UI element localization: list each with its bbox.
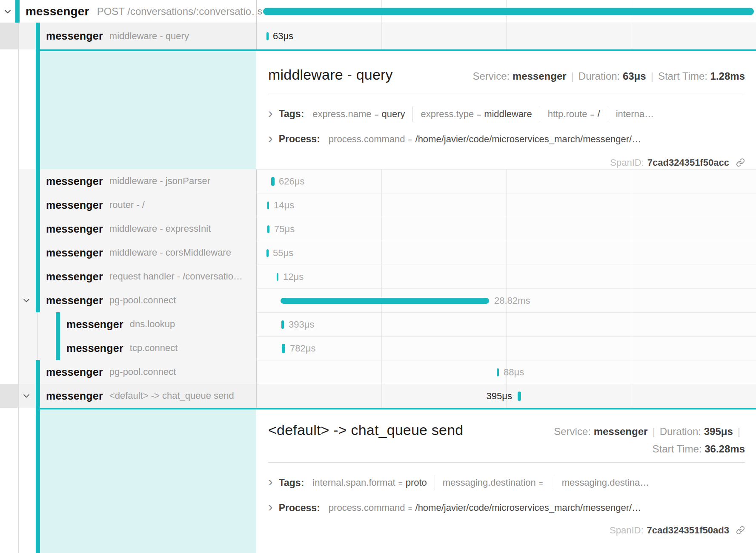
span-duration-label: 75μs (274, 224, 295, 235)
span-row-expressinit: messengermiddleware - expressInit 75μs (0, 217, 756, 241)
span-name-cell[interactable]: messengermiddleware - jsonParser (0, 169, 256, 193)
span-bar[interactable] (267, 225, 269, 233)
tags-label: Tags: (279, 108, 304, 120)
timeline-cell: 14μs (256, 193, 756, 217)
span-row-dns-lookup: messengerdns.lookup 393μs (0, 312, 756, 336)
span-duration-label: 55μs (273, 248, 293, 259)
expand-chevron-icon: › (268, 477, 273, 486)
process-row[interactable]: › Process: process.command = /home/javie… (268, 132, 745, 147)
span-bar[interactable] (281, 298, 489, 304)
span-detail-content: middleware - query Service: messenger|Du… (256, 49, 756, 169)
process-item: process.command = /home/javier/code/micr… (329, 134, 641, 145)
span-name-cell[interactable]: messengerpg-pool.connect (0, 288, 256, 312)
operation-name: POST /conversations/:conversatio… (97, 6, 256, 17)
start-time-value: 1.28ms (710, 70, 745, 82)
span-bar[interactable] (263, 8, 754, 15)
span-row-chat-queue-send: messenger<default> -> chat_queue send 39… (0, 384, 756, 408)
span-row-router: messengerrouter - / 14μs (0, 193, 756, 217)
service-name: messenger (46, 199, 103, 211)
service-name: messenger (26, 5, 89, 18)
span-bar[interactable] (267, 202, 269, 209)
span-name-cell[interactable]: messengermiddleware - expressInit (0, 217, 256, 241)
service-color-bar (15, 0, 20, 23)
tag-item: messaging.destination = (443, 477, 546, 488)
expand-chevron-icon: › (268, 133, 273, 143)
meta-line-1: Service: messenger|Duration: 395μs| (554, 426, 745, 437)
timeline-cell: 12μs (256, 265, 756, 288)
span-name-cell[interactable]: messengermiddleware - corsMiddleware (0, 241, 256, 265)
span-bar[interactable] (266, 249, 269, 257)
process-label: Process: (279, 502, 320, 514)
tag-item: express.type = middleware (421, 109, 532, 120)
duration-value: 63μs (623, 70, 646, 82)
span-id-row: SpanID:7cad324351f50ad3 (268, 525, 745, 536)
start-time-label: Start Time: (653, 443, 702, 455)
link-icon[interactable] (736, 158, 745, 167)
service-color-bar (36, 169, 40, 193)
service-color-bar (36, 408, 40, 553)
tag-item-truncated: messaging.destina… (562, 477, 649, 488)
service-name: messenger (46, 271, 103, 283)
service-value: messenger (513, 70, 567, 82)
span-row-pgpool-connect: messengerpg-pool.connect 28.82ms (0, 288, 756, 312)
span-duration-label: 63μs (273, 31, 293, 42)
operation-name: middleware - jsonParser (109, 176, 210, 187)
duration-value: 395μs (704, 426, 733, 437)
tags-row[interactable]: › Tags: internal.span.format = proto mes… (268, 475, 745, 490)
start-time-value: 36.28ms (704, 443, 745, 455)
service-color-bar (56, 312, 60, 336)
operation-name: router - / (109, 199, 145, 210)
service-name: messenger (46, 223, 103, 235)
span-bar[interactable] (266, 32, 269, 40)
service-color-bar (36, 288, 40, 312)
service-name: messenger (46, 175, 103, 187)
operation-name: middleware - expressInit (109, 223, 211, 234)
span-bar[interactable] (271, 177, 275, 186)
service-color-bar (36, 265, 40, 288)
operation-name: request handler - /conversatio… (109, 271, 243, 282)
process-row[interactable]: › Process: process.command = /home/javie… (268, 500, 745, 516)
span-detail-content: <default> -> chat_queue send Service: me… (256, 408, 756, 553)
span-name-cell[interactable]: messengerdns.lookup (0, 312, 256, 336)
span-id-row: SpanID:7cad324351f50acc (268, 157, 745, 168)
span-bar[interactable] (518, 392, 521, 401)
tags-row[interactable]: › Tags: express.name = query express.typ… (268, 107, 745, 122)
service-name: messenger (66, 342, 123, 354)
span-name-cell-root[interactable]: messenger POST /conversations/:conversat… (0, 0, 256, 23)
service-value: messenger (594, 426, 648, 437)
tags-label: Tags: (279, 477, 304, 489)
operation-name: <default> -> chat_queue send (109, 390, 234, 401)
span-name-cell[interactable]: messengerrouter - / (0, 193, 256, 217)
divider (268, 462, 745, 463)
span-bar[interactable] (497, 368, 499, 376)
span-name-cell[interactable]: messenger<default> -> chat_queue send (0, 384, 256, 408)
span-name-cell[interactable]: messengertcp.connect (0, 336, 256, 360)
span-row-root: messenger POST /conversations/:conversat… (0, 0, 756, 23)
span-bar[interactable] (277, 273, 278, 281)
detail-span-title: <default> -> chat_queue send (268, 418, 463, 442)
span-bar[interactable] (281, 320, 284, 329)
operation-name: pg-pool.connect (109, 295, 176, 306)
span-duration-label: 393μs (289, 319, 314, 330)
collapse-chevron-icon[interactable] (22, 392, 31, 400)
operation-name: tcp.connect (130, 343, 178, 354)
span-bar[interactable] (282, 344, 285, 353)
operation-name: middleware - corsMiddleware (109, 247, 231, 258)
timeline-cell: 88μs (256, 360, 756, 384)
span-duration-label: 28.82ms (494, 295, 530, 306)
link-icon[interactable] (736, 526, 745, 535)
collapse-chevron-icon[interactable] (3, 7, 12, 16)
span-id-label: SpanID: (610, 157, 644, 168)
divider (268, 93, 745, 93)
span-duration-label: 14μs (274, 200, 294, 211)
service-color-bar (36, 241, 40, 265)
collapse-chevron-icon[interactable] (22, 296, 31, 305)
span-name-cell[interactable]: messengerrequest handler - /conversatio… (0, 265, 256, 288)
span-name-cell[interactable]: messenger middleware - query (0, 23, 256, 49)
span-row-tcp-connect: messengertcp.connect 782μs (0, 336, 756, 360)
span-name-cell[interactable]: messengerpg-pool.connect (0, 360, 256, 384)
span-row-jsonparser: messengermiddleware - jsonParser 626μs (0, 169, 756, 193)
span-duration-label-clipped: s (258, 6, 262, 17)
span-row-pgpool-connect-2: messengerpg-pool.connect 88μs (0, 360, 756, 384)
service-name: messenger (46, 30, 103, 42)
